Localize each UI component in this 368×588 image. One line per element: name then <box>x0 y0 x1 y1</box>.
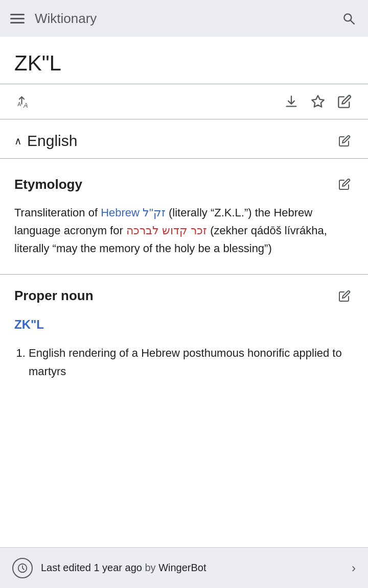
edit-etymology-button[interactable] <box>335 175 354 193</box>
clock-icon <box>12 558 33 578</box>
last-edited-by: by <box>145 562 158 573</box>
svg-text:A: A <box>17 101 21 107</box>
edit-proper-noun-button[interactable] <box>335 287 354 305</box>
english-section-title: English <box>27 132 335 150</box>
english-section-header[interactable]: ∧ English <box>0 119 368 159</box>
last-edited-bar[interactable]: Last edited 1 year ago by WingerBot › <box>0 547 368 588</box>
toolbar: A A <box>0 84 368 119</box>
etymology-text-prefix: Transliteration of <box>14 206 101 219</box>
etymology-section-header: Etymology <box>0 159 368 204</box>
app-bar-title: Wiktionary <box>35 11 329 27</box>
page-title: ZK"L <box>0 37 368 84</box>
entry-link[interactable]: ZK"L <box>14 317 44 331</box>
last-edited-label: Last edited 1 year ago <box>41 562 142 573</box>
etymology-body: Transliteration of Hebrew זק"ל (literall… <box>0 204 368 274</box>
last-edited-editor: WingerBot <box>158 562 206 573</box>
proper-noun-section-header: Proper noun <box>0 274 368 313</box>
proper-noun-title: Proper noun <box>14 288 335 304</box>
star-button[interactable] <box>309 92 327 111</box>
collapse-chevron-icon: ∧ <box>14 135 22 147</box>
hebrew-phrase: זכר קדוש לברכה <box>126 224 207 237</box>
hamburger-menu-button[interactable] <box>10 14 25 23</box>
chevron-right-icon: › <box>352 561 356 575</box>
svg-line-1 <box>351 20 354 24</box>
edit-page-button[interactable] <box>335 92 354 111</box>
etymology-hebrew-zql: זק"ל <box>140 206 166 219</box>
svg-marker-4 <box>312 95 324 107</box>
search-button[interactable] <box>339 9 358 28</box>
translate-icon[interactable]: A A <box>14 92 33 111</box>
download-button[interactable] <box>282 92 301 111</box>
hebrew-language-link[interactable]: Hebrew <box>101 206 140 219</box>
definitions-list: English rendering of a Hebrew posthumous… <box>0 340 368 406</box>
app-bar: Wiktionary <box>0 0 368 37</box>
entry-link-container: ZK"L <box>0 313 368 340</box>
last-edited-text: Last edited 1 year ago by WingerBot <box>41 562 343 574</box>
svg-text:A: A <box>23 102 28 109</box>
definition-item-1: English rendering of a Hebrew posthumous… <box>29 344 354 381</box>
edit-english-button[interactable] <box>335 132 354 150</box>
etymology-title: Etymology <box>14 177 335 192</box>
